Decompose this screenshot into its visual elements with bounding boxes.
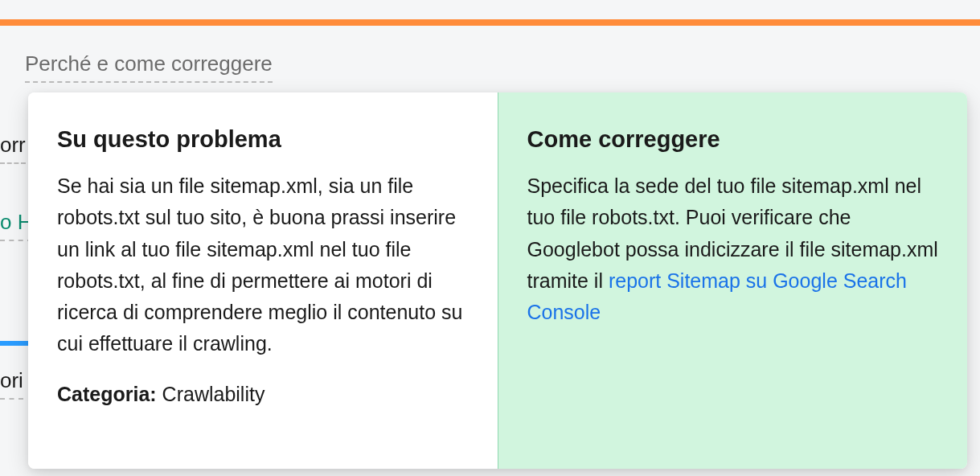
about-heading: Su questo problema bbox=[57, 126, 469, 153]
about-body: Se hai sia un file sitemap.xml, sia un f… bbox=[57, 170, 469, 360]
bg-row-fragment-3: ori bbox=[0, 368, 23, 400]
issue-popup: Su questo problema Se hai sia un file si… bbox=[28, 92, 967, 469]
category-value-text: Crawlability bbox=[162, 383, 265, 405]
category-label: Categoria: bbox=[57, 383, 157, 405]
accent-bar bbox=[0, 19, 980, 26]
fix-heading: Come correggere bbox=[527, 126, 939, 153]
about-panel: Su questo problema Se hai sia un file si… bbox=[28, 92, 498, 469]
fix-panel: Come correggere Specifica la sede del tu… bbox=[498, 92, 968, 469]
category-row: Categoria: Crawlability bbox=[57, 383, 469, 406]
tooltip-trigger[interactable]: Perché e come correggere bbox=[25, 51, 273, 83]
bg-progress-stub bbox=[0, 341, 28, 346]
bg-row-fragment-1: orr bbox=[0, 133, 26, 164]
fix-body: Specifica la sede del tuo file sitemap.x… bbox=[527, 170, 939, 328]
